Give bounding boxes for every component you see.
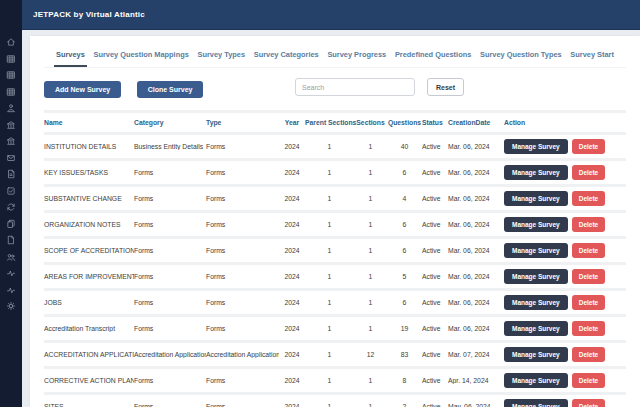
cell-type: Forms: [206, 325, 279, 332]
delete-button[interactable]: Delete: [572, 295, 606, 310]
manage-survey-button[interactable]: Manage Survey: [504, 217, 568, 232]
cell-category: Forms: [134, 273, 206, 280]
tab-surveys[interactable]: Surveys: [54, 46, 87, 67]
tab-survey-progress[interactable]: Survey Progress: [325, 46, 388, 67]
cell-status: Active: [422, 273, 448, 280]
manage-survey-button[interactable]: Manage Survey: [504, 295, 568, 310]
home-icon[interactable]: [6, 37, 16, 47]
page-icon[interactable]: [6, 235, 16, 245]
cell-status: Active: [422, 247, 448, 254]
table-row: SITESFormsForms2024112ActiveMay. 06, 202…: [44, 395, 626, 407]
activity-icon[interactable]: [6, 285, 16, 295]
cell-year: 2024: [279, 247, 305, 254]
column-header-name: Name: [44, 119, 134, 126]
cell-year: 2024: [279, 143, 305, 150]
cell-name: JOBS: [44, 299, 134, 306]
cell-questions: 6: [387, 247, 422, 254]
delete-button[interactable]: Delete: [572, 347, 606, 362]
app-header: JETPACK by Virtual Atlantic: [22, 0, 640, 30]
add-new-survey-button[interactable]: Add New Survey: [44, 81, 121, 98]
toolbar: Add New Survey Clone Survey Reset: [44, 78, 626, 98]
user-desk-icon[interactable]: [6, 103, 16, 113]
cell-type: Forms: [206, 299, 279, 306]
column-header-sections: Sections: [354, 119, 387, 126]
users-icon[interactable]: [6, 252, 16, 262]
tab-bar: SurveysSurvey Question MappingsSurvey Ty…: [44, 44, 626, 68]
delete-button[interactable]: Delete: [572, 399, 606, 407]
manage-survey-button[interactable]: Manage Survey: [504, 243, 568, 258]
gear-icon[interactable]: [6, 301, 16, 311]
delete-button[interactable]: Delete: [572, 217, 606, 232]
column-header-creationdate: CreationDate: [448, 119, 504, 126]
table-row: KEY ISSUES/TASKSFormsForms2024116ActiveM…: [44, 161, 626, 184]
cell-creation-date: Mar. 06, 2024: [448, 299, 504, 306]
cell-year: 2024: [279, 221, 305, 228]
mail-icon[interactable]: [6, 153, 16, 163]
cell-questions: 40: [387, 143, 422, 150]
cell-category: Forms: [134, 195, 206, 202]
search-input[interactable]: [295, 78, 415, 96]
bank-icon[interactable]: [6, 136, 16, 146]
reset-button[interactable]: Reset: [427, 78, 464, 96]
cell-category: Forms: [134, 377, 206, 384]
manage-survey-button[interactable]: Manage Survey: [504, 139, 568, 154]
table-icon[interactable]: [6, 87, 16, 97]
delete-button[interactable]: Delete: [572, 191, 606, 206]
manage-survey-button[interactable]: Manage Survey: [504, 399, 568, 407]
cell-category: Forms: [134, 403, 206, 407]
clone-survey-button[interactable]: Clone Survey: [137, 81, 204, 98]
delete-button[interactable]: Delete: [572, 373, 606, 388]
delete-button[interactable]: Delete: [572, 321, 606, 336]
delete-button[interactable]: Delete: [572, 165, 606, 180]
sync-icon[interactable]: [6, 202, 16, 212]
tab-predefined-questions[interactable]: Predefined Questions: [393, 46, 473, 67]
cell-questions: 5: [387, 273, 422, 280]
delete-button[interactable]: Delete: [572, 269, 606, 284]
tab-survey-question-types[interactable]: Survey Question Types: [478, 46, 564, 67]
cell-sections: 1: [354, 143, 387, 150]
cell-status: Active: [422, 377, 448, 384]
table-icon[interactable]: [6, 54, 16, 64]
cell-action: Manage SurveyDelete: [504, 269, 626, 284]
cell-action: Manage SurveyDelete: [504, 373, 626, 388]
cell-action: Manage SurveyDelete: [504, 243, 626, 258]
table-row: JOBSFormsForms2024116ActiveMar. 06, 2024…: [44, 291, 626, 314]
column-header-questions: Questions: [387, 119, 422, 126]
table-row: AREAS FOR IMPROVEMENTFormsForms2024115Ac…: [44, 265, 626, 288]
delete-button[interactable]: Delete: [572, 139, 606, 154]
manage-survey-button[interactable]: Manage Survey: [504, 269, 568, 284]
cell-questions: 6: [387, 169, 422, 176]
file-icon[interactable]: [6, 169, 16, 179]
activity-icon[interactable]: [6, 268, 16, 278]
column-header-action: Action: [504, 119, 626, 126]
column-header-status: Status: [422, 119, 448, 126]
cell-parent-sections: 1: [305, 273, 354, 280]
cell-questions: 6: [387, 299, 422, 306]
cell-parent-sections: 1: [305, 169, 354, 176]
manage-survey-button[interactable]: Manage Survey: [504, 191, 568, 206]
cell-year: 2024: [279, 403, 305, 407]
delete-button[interactable]: Delete: [572, 243, 606, 258]
tab-survey-start[interactable]: Survey Start: [568, 46, 616, 67]
tab-survey-types[interactable]: Survey Types: [196, 46, 248, 67]
tab-survey-question-mappings[interactable]: Survey Question Mappings: [92, 46, 191, 67]
manage-survey-button[interactable]: Manage Survey: [504, 373, 568, 388]
cell-parent-sections: 1: [305, 247, 354, 254]
column-header-type: Type: [206, 119, 279, 126]
manage-survey-button[interactable]: Manage Survey: [504, 347, 568, 362]
cell-sections: 1: [354, 299, 387, 306]
tab-survey-categories[interactable]: Survey Categories: [252, 46, 321, 67]
cell-action: Manage SurveyDelete: [504, 217, 626, 232]
copy-icon[interactable]: [6, 219, 16, 229]
cell-sections: 12: [354, 351, 387, 358]
table-row: CORRECTIVE ACTION PLANFormsForms2024118A…: [44, 369, 626, 392]
cell-status: Active: [422, 351, 448, 358]
bank-icon[interactable]: [6, 120, 16, 130]
table-icon[interactable]: [6, 70, 16, 80]
manage-survey-button[interactable]: Manage Survey: [504, 321, 568, 336]
cell-category: Forms: [134, 325, 206, 332]
manage-survey-button[interactable]: Manage Survey: [504, 165, 568, 180]
cell-action: Manage SurveyDelete: [504, 347, 626, 362]
check-square-icon[interactable]: [6, 186, 16, 196]
cell-name: SUBSTANTIVE CHANGE: [44, 195, 134, 202]
